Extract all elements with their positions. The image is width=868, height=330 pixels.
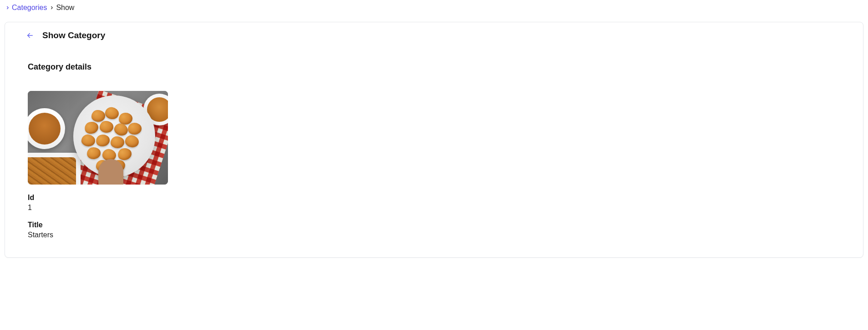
- breadcrumb: Categories Show: [0, 0, 868, 15]
- back-arrow-icon[interactable]: [26, 31, 34, 40]
- chevron-right-icon: [5, 4, 10, 11]
- field-id-label: Id: [28, 194, 845, 202]
- page-title: Show Category: [42, 30, 105, 40]
- breadcrumb-current: Show: [50, 4, 74, 12]
- category-image: [28, 91, 168, 185]
- card-header: Show Category: [26, 30, 845, 40]
- section-title: Category details: [28, 62, 845, 72]
- field-title: Title Starters: [28, 221, 845, 239]
- breadcrumb-link-categories[interactable]: Categories: [5, 4, 47, 12]
- content-card: Show Category Category details Id 1 Titl…: [5, 22, 863, 258]
- breadcrumb-current-label: Show: [56, 4, 74, 12]
- field-title-value: Starters: [28, 231, 845, 239]
- breadcrumb-link-label: Categories: [12, 4, 47, 12]
- field-id-value: 1: [28, 204, 845, 212]
- field-id: Id 1: [28, 194, 845, 212]
- chevron-right-icon: [50, 4, 54, 11]
- field-title-label: Title: [28, 221, 845, 229]
